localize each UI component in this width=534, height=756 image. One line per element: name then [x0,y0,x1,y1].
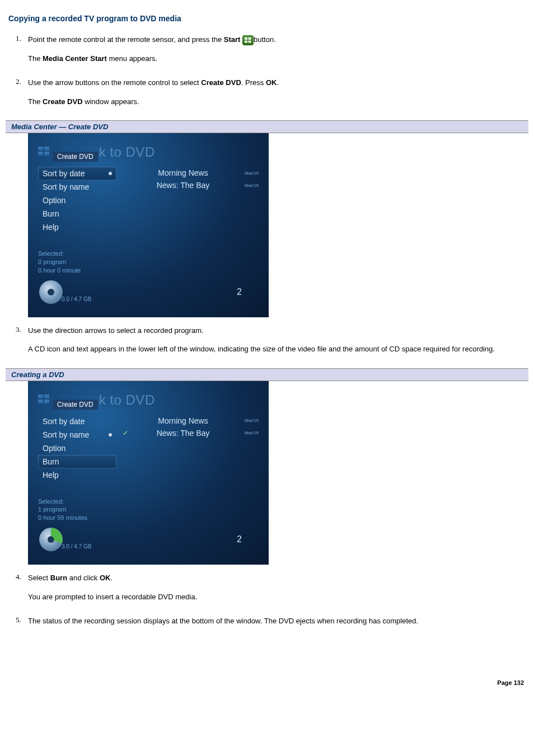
program-list: Morning News Mar/19 ✓ News: The Bay Mar/… [121,415,259,523]
windows-logo-icon [38,147,50,158]
menu-sort-by-name[interactable]: Sort by name [38,180,116,194]
page-title: Copying a recorded TV program to DVD med… [8,14,528,23]
menu-burn[interactable]: Burn [38,455,116,468]
check-icon: ✓ [121,429,130,437]
screenshot-create-dvd-1: Create DVD k to DVD Sort by date Sort by… [28,133,269,317]
step-body: Use the direction arrows to select a rec… [28,325,528,363]
text: button. [254,35,276,44]
text: The status of the recording session disp… [28,616,528,627]
menu-option[interactable]: Option [38,442,116,455]
status-programs: 0 program [38,258,116,266]
program-date: Mar/19 [236,430,259,435]
program-date: Mar/19 [236,183,259,188]
svg-rect-3 [249,40,251,43]
menu-label: Sort by name [43,182,89,191]
step-number: 1. [11,34,28,72]
status-block: Selected: 0 program 0 hour 0 minute [38,250,116,275]
step-body: Use the arrow buttons on the remote cont… [28,77,528,115]
breadcrumb: Create DVD [53,400,98,410]
menu-sort-by-name[interactable]: Sort by name [38,428,116,442]
text: Select [28,574,50,582]
menu-burn[interactable]: Burn [38,207,116,220]
logo-text: k to DVD [99,392,155,408]
status-label: Selected: [38,250,116,258]
disc-size: 3.0 / 4.7 GB [62,543,91,550]
menu-option[interactable]: Option [38,194,116,207]
menu-label: Help [43,471,59,480]
screenshot-create-dvd-2: Create DVD k to DVD Sort by date Sort by… [28,381,269,565]
windows-logo-icon [38,395,50,406]
mc-header: Create DVD k to DVD [38,392,259,408]
menu-label: Help [43,223,59,232]
list-item[interactable]: ✓ News: The Bay Mar/19 [121,427,259,439]
disc-indicator: 0.0 / 4.7 GB [38,279,105,307]
mc-header: Create DVD k to DVD [38,144,259,160]
sidebar-menu: Sort by date Sort by name Option Burn He… [38,415,116,523]
status-programs: 1 program [38,505,116,514]
menu-label: Burn [43,457,59,466]
list-item[interactable]: Morning News Mar/19 [121,167,259,179]
text: Point the remote control at the remote s… [28,35,224,44]
breadcrumb: Create DVD [53,152,98,162]
svg-rect-1 [249,37,251,40]
step-body: Point the remote control at the remote s… [28,34,528,72]
text: The [28,97,43,106]
menu-help[interactable]: Help [38,220,116,234]
list-item[interactable]: News: The Bay Mar/19 [121,179,259,191]
disc-icon [39,528,63,551]
disc-icon [39,280,63,304]
program-title: Morning News [130,416,236,425]
program-title: Morning News [130,168,236,177]
step-number: 5. [11,616,28,635]
step-number: 4. [11,572,28,610]
step-1: 1. Point the remote control at the remot… [11,34,528,72]
menu-label: Burn [43,209,59,218]
menu-help[interactable]: Help [38,468,116,482]
text: menu appears. [107,54,157,63]
step-body: Select Burn and click OK. You are prompt… [28,572,528,610]
text: . [277,78,279,87]
menu-label: Sort by date [43,417,85,426]
page-number: Page 132 [6,679,524,686]
sidebar-menu: Sort by date Sort by name Option Burn He… [38,167,116,275]
text: . [110,574,113,582]
disc-size: 0.0 / 4.7 GB [62,296,91,302]
program-date: Mar/19 [236,418,259,423]
bold-text: Media Center Start [43,54,107,63]
menu-label: Sort by name [43,430,89,439]
program-date: Mar/19 [236,171,259,176]
list-item[interactable]: Morning News Mar/19 [121,415,259,427]
figure-caption-1: Media Center — Create DVD [6,120,528,133]
start-button-icon [242,35,254,45]
step-3: 3. Use the direction arrows to select a … [11,325,528,363]
menu-label: Option [43,196,65,205]
dot-icon [109,433,112,436]
steps-list-cont2: 4. Select Burn and click OK. You are pro… [11,572,528,635]
bold-text: OK [266,78,277,87]
step-4: 4. Select Burn and click OK. You are pro… [11,572,528,610]
menu-sort-by-date[interactable]: Sort by date [38,415,116,428]
svg-rect-2 [245,40,247,43]
figure-caption-2: Creating a DVD [6,368,528,381]
disc-indicator: 3.0 / 4.7 GB [38,527,105,555]
status-block: Selected: 1 program 0 hour 59 minutes [38,497,116,523]
item-count: 2 [105,287,259,307]
bold-text: Create DVD [43,97,83,106]
text: and click [67,574,100,582]
program-title: News: The Bay [130,429,236,438]
program-list: Morning News Mar/19 News: The Bay Mar/19 [121,167,259,275]
bold-text: Start [224,35,241,44]
text: . Press [241,78,266,87]
text: Use the arrow buttons on the remote cont… [28,78,201,87]
program-title: News: The Bay [130,181,236,190]
step-number: 3. [11,325,28,363]
step-5: 5. The status of the recording session d… [11,616,528,635]
item-count: 2 [105,534,259,555]
menu-label: Sort by date [43,169,85,178]
menu-sort-by-date[interactable]: Sort by date [38,167,116,180]
text: Use the direction arrows to select a rec… [28,325,528,336]
text: window appears. [83,97,139,106]
svg-rect-0 [245,37,247,40]
bold-text: OK [100,574,111,582]
dot-icon [109,172,112,175]
